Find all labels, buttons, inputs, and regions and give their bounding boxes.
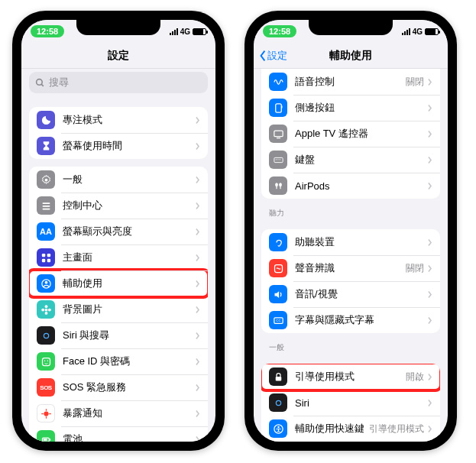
row-airpods[interactable]: AirPods: [261, 173, 440, 199]
row-label: 聲音辨識: [295, 261, 406, 275]
notch: [76, 20, 160, 35]
status-time: 12:58: [263, 25, 296, 37]
row-label: 控制中心: [63, 199, 195, 212]
chevron-right-icon: [427, 104, 432, 112]
chevron-right-icon: [195, 435, 200, 442]
svg-point-17: [41, 331, 50, 339]
row-siri[interactable]: Siri 與搜尋: [29, 322, 208, 348]
svg-point-21: [47, 360, 48, 361]
voice-icon: [269, 73, 287, 91]
status-time: 12:58: [31, 25, 64, 37]
row-screentime[interactable]: 螢幕使用時間: [29, 133, 208, 159]
row-voice[interactable]: 語音控制 關閉: [261, 69, 440, 95]
row-label: 背景圖片: [63, 303, 195, 316]
svg-rect-45: [275, 376, 281, 380]
side-icon: [269, 99, 287, 117]
row-appletv[interactable]: Apple TV 遙控器: [261, 121, 440, 147]
row-label: SOS 緊急服務: [63, 380, 195, 394]
row-control[interactable]: 控制中心: [29, 193, 208, 219]
chevron-right-icon: [427, 373, 432, 381]
chevron-right-icon: [427, 130, 432, 138]
row-label: 語音控制: [295, 75, 406, 89]
row-label: 字幕與隱藏式字幕: [295, 313, 427, 327]
row-battery[interactable]: 電池: [29, 426, 208, 442]
row-wallpaper[interactable]: 背景圖片: [29, 296, 208, 322]
settings-group: 專注模式 螢幕使用時間: [29, 107, 208, 159]
svg-point-11: [44, 280, 47, 283]
focus-icon: [37, 111, 55, 129]
row-side[interactable]: 側邊按鈕: [261, 95, 440, 121]
home-icon: [37, 248, 55, 267]
notch: [309, 20, 393, 35]
svg-rect-5: [42, 208, 50, 209]
sos-icon: SOS: [37, 378, 55, 397]
svg-point-2: [44, 178, 47, 181]
sound-icon: [269, 259, 287, 277]
row-label: Siri 與搜尋: [63, 329, 195, 342]
row-av[interactable]: 音訊/視覺: [261, 281, 440, 307]
page-title: 輔助使用: [329, 49, 372, 63]
row-guided[interactable]: 引導使用模式 開啟: [261, 364, 440, 390]
svg-rect-4: [42, 205, 50, 206]
row-label: 側邊按鈕: [295, 101, 427, 115]
svg-point-13: [44, 305, 47, 308]
svg-point-39: [279, 183, 282, 186]
general-icon: [37, 170, 55, 189]
signal-icon: [170, 28, 178, 35]
row-sos[interactable]: SOS SOS 緊急服務: [29, 374, 208, 400]
chevron-right-icon: [195, 332, 200, 340]
content-right[interactable]: 語音控制 關閉 側邊按鈕 Apple TV 遙控器 鍵盤 AirPods 聽力 …: [254, 69, 448, 442]
row-sound[interactable]: 聲音辨識 關閉: [261, 255, 440, 281]
chevron-right-icon: [195, 280, 200, 288]
row-siri2[interactable]: Siri: [261, 390, 440, 416]
svg-rect-6: [41, 253, 44, 256]
battery-icon: [37, 430, 55, 442]
row-detail: 開啟: [406, 371, 424, 384]
row-accessibility[interactable]: 輔助使用: [29, 270, 208, 296]
appletv-icon: [269, 125, 287, 143]
row-captions[interactable]: CC 字幕與隱藏式字幕: [261, 307, 440, 333]
row-shortcut[interactable]: 輔助使用快速鍵 引導使用模式: [261, 416, 440, 442]
row-keyboard[interactable]: 鍵盤: [261, 147, 440, 173]
chevron-right-icon: [427, 238, 432, 247]
row-label: 螢幕使用時間: [63, 139, 195, 153]
chevron-right-icon: [195, 228, 200, 236]
content-left[interactable]: 專注模式 螢幕使用時間 一般 控制中心 AA 螢幕顯示與亮度 主畫面 輔助使用 …: [21, 99, 215, 442]
search-placeholder: 搜尋: [49, 76, 69, 89]
row-label: 助聽裝置: [295, 235, 427, 249]
chevron-right-icon: [195, 384, 200, 392]
row-faceid[interactable]: Face ID 與密碼: [29, 348, 208, 374]
chevron-right-icon: [195, 306, 200, 314]
chevron-right-icon: [427, 182, 432, 190]
row-label: Siri: [295, 397, 427, 409]
svg-rect-28: [49, 439, 50, 441]
phone-left: 12:58 4G 設定 搜尋 專注模式 螢幕使用時間 一般 控制中: [12, 11, 225, 451]
carrier-label: 4G: [180, 28, 190, 36]
row-hearing[interactable]: 助聽裝置: [261, 229, 440, 255]
svg-rect-19: [42, 358, 50, 365]
airpods-icon: [269, 176, 287, 195]
svg-point-16: [48, 308, 51, 311]
back-button[interactable]: 設定: [258, 49, 287, 63]
row-display[interactable]: AA 螢幕顯示與亮度: [29, 219, 208, 244]
wallpaper-icon: [37, 300, 55, 319]
row-exposure[interactable]: 暴露通知: [29, 400, 208, 426]
svg-rect-40: [276, 186, 277, 189]
row-label: 電池: [63, 432, 195, 442]
row-home[interactable]: 主畫面: [29, 244, 208, 270]
row-focus[interactable]: 專注模式: [29, 107, 208, 133]
svg-rect-8: [41, 258, 44, 261]
svg-point-49: [277, 426, 280, 428]
row-label: 音訊/視覺: [295, 287, 427, 301]
row-label: 一般: [63, 173, 195, 186]
chevron-right-icon: [427, 290, 432, 299]
row-general[interactable]: 一般: [29, 167, 208, 193]
svg-rect-34: [274, 157, 282, 162]
navbar: 設定 輔助使用: [254, 43, 448, 69]
search-input[interactable]: 搜尋: [29, 72, 208, 93]
section-header: 聽力: [254, 199, 448, 222]
settings-group: 語音控制 關閉 側邊按鈕 Apple TV 遙控器 鍵盤 AirPods: [261, 69, 440, 199]
svg-point-20: [44, 360, 45, 361]
screentime-icon: [37, 137, 55, 155]
carrier-label: 4G: [413, 28, 423, 36]
